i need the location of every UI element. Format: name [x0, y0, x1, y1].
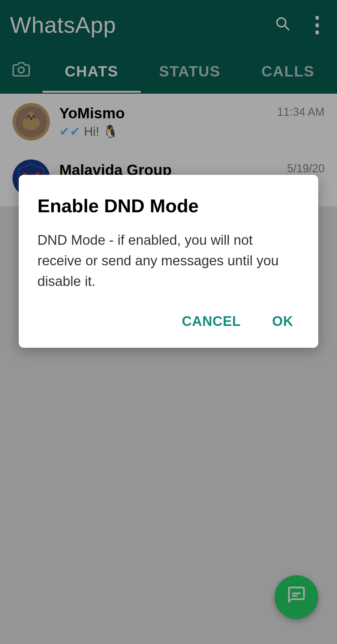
- dialog-title: Enable DND Mode: [37, 195, 300, 217]
- dialog-buttons: CANCEL OK: [37, 310, 300, 332]
- dnd-dialog: Enable DND Mode DND Mode - if enabled, y…: [19, 175, 318, 348]
- ok-button[interactable]: OK: [266, 310, 300, 332]
- cancel-button[interactable]: CANCEL: [176, 310, 247, 332]
- dialog-body: DND Mode - if enabled, you will not rece…: [37, 230, 300, 292]
